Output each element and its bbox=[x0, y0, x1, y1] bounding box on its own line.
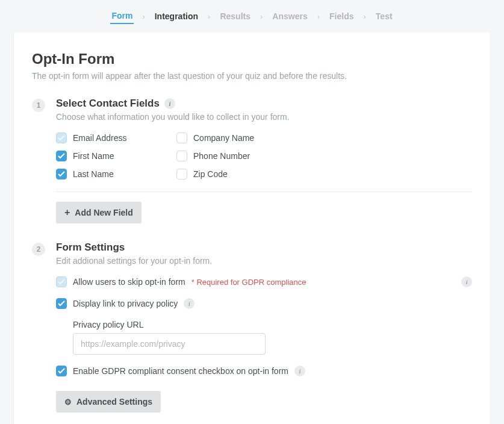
setting-label: Allow users to skip opt-in form bbox=[73, 277, 185, 287]
chevron-right-icon: › bbox=[260, 12, 263, 21]
field-label: Email Address bbox=[73, 133, 126, 143]
wizard-tabs: Form › Integration › Results › Answers ›… bbox=[0, 0, 504, 33]
checkbox-icon bbox=[56, 276, 67, 287]
checkbox-icon bbox=[176, 151, 187, 161]
section-form-settings: 2 Form Settings Edit addional settings f… bbox=[32, 242, 472, 413]
privacy-url-label: Privacy policy URL bbox=[73, 320, 472, 329]
divider bbox=[56, 192, 472, 192]
button-label: Add New Field bbox=[75, 208, 132, 217]
page-title: Opt-In Form bbox=[32, 51, 472, 67]
info-icon[interactable]: i bbox=[164, 98, 175, 109]
field-lastname[interactable]: Last Name bbox=[56, 169, 164, 179]
contact-fields-grid: Email Address Company Name First Name Ph… bbox=[56, 132, 472, 179]
button-label: Advanced Settings bbox=[76, 397, 152, 407]
info-icon[interactable]: i bbox=[294, 366, 305, 376]
info-icon[interactable]: i bbox=[461, 276, 472, 287]
main-panel: Opt-In Form The opt-in form will appear … bbox=[13, 33, 491, 424]
section-desc: Edit addional settings for your opt-in f… bbox=[56, 256, 472, 266]
section-title: Select Contact Fields i bbox=[56, 98, 472, 110]
step-badge-2: 2 bbox=[32, 243, 45, 256]
chevron-right-icon: › bbox=[208, 12, 210, 21]
advanced-settings-button[interactable]: ⚙ Advanced Settings bbox=[56, 391, 161, 413]
checkbox-icon bbox=[56, 151, 67, 161]
field-email[interactable]: Email Address bbox=[56, 132, 164, 143]
tab-answers[interactable]: Answers bbox=[271, 9, 308, 23]
chevron-right-icon: › bbox=[317, 12, 320, 21]
setting-enable-gdpr[interactable]: Enable GDPR compliant consent checkbox o… bbox=[56, 366, 472, 376]
chevron-right-icon: › bbox=[142, 12, 145, 21]
step-badge-1: 1 bbox=[32, 99, 45, 112]
field-zip[interactable]: Zip Code bbox=[176, 169, 297, 179]
setting-label: Display link to privacy policy bbox=[73, 299, 178, 308]
field-label: Company Name bbox=[193, 133, 254, 143]
setting-display-privacy[interactable]: Display link to privacy policy i bbox=[56, 298, 472, 309]
app-frame: Form › Integration › Results › Answers ›… bbox=[0, 0, 504, 424]
setting-label: Enable GDPR compliant consent checkbox o… bbox=[73, 366, 288, 376]
info-icon[interactable]: i bbox=[184, 298, 194, 309]
field-firstname[interactable]: First Name bbox=[56, 151, 164, 161]
page-subtitle: The opt-in form will appear after the la… bbox=[32, 71, 472, 81]
section-body: Form Settings Edit addional settings for… bbox=[56, 242, 472, 413]
settings-list: Allow users to skip opt-in form * Requir… bbox=[56, 276, 472, 376]
add-new-field-button[interactable]: + Add New Field bbox=[56, 202, 142, 223]
checkbox-icon bbox=[56, 169, 67, 179]
field-label: Last Name bbox=[73, 169, 114, 179]
setting-allow-skip[interactable]: Allow users to skip opt-in form * Requir… bbox=[56, 276, 472, 287]
tab-form[interactable]: Form bbox=[110, 8, 134, 24]
checkbox-icon bbox=[56, 298, 67, 309]
checkbox-icon bbox=[56, 132, 67, 143]
checkbox-icon bbox=[176, 169, 187, 179]
tab-fields[interactable]: Fields bbox=[328, 9, 355, 23]
section-title-text: Form Settings bbox=[56, 242, 125, 254]
field-label: First Name bbox=[73, 151, 114, 161]
section-title: Form Settings bbox=[56, 242, 472, 254]
chevron-right-icon: › bbox=[364, 12, 366, 21]
checkbox-icon bbox=[176, 132, 187, 143]
checkbox-icon bbox=[56, 366, 67, 376]
tab-integration[interactable]: Integration bbox=[154, 9, 199, 23]
section-body: Select Contact Fields i Choose what info… bbox=[56, 98, 472, 223]
section-title-text: Select Contact Fields bbox=[56, 98, 160, 110]
privacy-url-group: Privacy policy URL bbox=[73, 320, 472, 355]
field-company[interactable]: Company Name bbox=[176, 132, 297, 143]
tab-test[interactable]: Test bbox=[375, 9, 394, 23]
gear-icon: ⚙ bbox=[64, 398, 72, 407]
plus-icon: + bbox=[64, 208, 70, 217]
field-label: Phone Number bbox=[193, 151, 250, 161]
field-label: Zip Code bbox=[193, 169, 228, 179]
privacy-url-input[interactable] bbox=[73, 333, 266, 355]
field-phone[interactable]: Phone Number bbox=[176, 151, 297, 161]
tab-results[interactable]: Results bbox=[219, 9, 252, 23]
gdpr-required-note: * Required for GDPR compliance bbox=[191, 278, 306, 287]
section-desc: Choose what information you would like t… bbox=[56, 112, 472, 122]
section-contact-fields: 1 Select Contact Fields i Choose what in… bbox=[32, 98, 472, 223]
